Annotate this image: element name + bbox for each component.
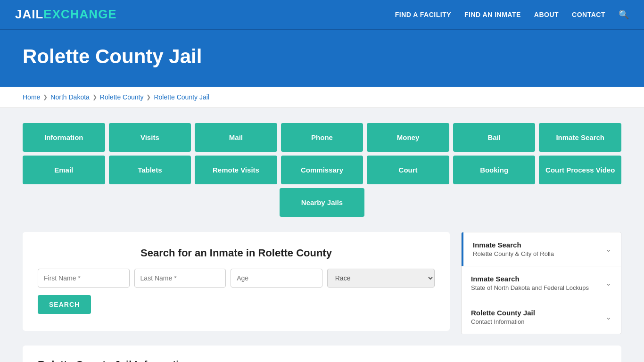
panel-state-title: Inmate Search [471,275,589,283]
info-title: Rolette County Jail Information [38,359,606,362]
btn-court[interactable]: Court [367,156,449,184]
breadcrumb: Home ❯ North Dakota ❯ Rolette County ❯ R… [0,87,644,108]
btn-information[interactable]: Information [23,123,105,152]
btn-mail[interactable]: Mail [195,123,277,152]
nav-contact[interactable]: CONTACT [572,11,605,18]
logo-exchange: EXCHANGE [43,7,116,22]
panel-contact-subtitle: Contact Information [471,318,535,325]
search-icon[interactable]: 🔍 [619,9,629,20]
first-name-input[interactable] [38,269,130,288]
navbar-links: FIND A FACILITY FIND AN INMATE ABOUT CON… [395,9,629,20]
search-box: Search for an Inmate in Rolette County R… [23,232,450,331]
hero-section: Rolette County Jail [0,30,644,87]
breadcrumb-rolette-county[interactable]: Rolette County [100,93,144,101]
grid-row-1: Information Visits Mail Phone Money Bail… [23,123,621,152]
panel-contact-info[interactable]: Rolette County Jail Contact Information … [462,300,621,334]
logo[interactable]: JAILEXCHANGE [15,7,117,22]
page-title: Rolette County Jail [23,45,621,68]
breadcrumb-sep-3: ❯ [146,94,151,100]
btn-money[interactable]: Money [367,123,449,152]
nav-about[interactable]: ABOUT [534,11,559,18]
navbar: JAILEXCHANGE FIND A FACILITY FIND AN INM… [0,0,644,30]
info-section: Rolette County Jail Information [23,346,621,362]
btn-commissary[interactable]: Commissary [281,156,363,184]
grid-row-2: Email Tablets Remote Visits Commissary C… [23,156,621,184]
btn-tablets[interactable]: Tablets [109,156,191,184]
chevron-down-icon: ⌄ [605,245,611,254]
nav-find-inmate[interactable]: FIND AN INMATE [464,11,521,18]
panel-contact-title: Rolette County Jail [471,309,535,317]
btn-booking[interactable]: Booking [453,156,536,184]
race-select[interactable]: Race White Black Hispanic Asian Native A… [327,269,435,288]
chevron-down-icon-3: ⌄ [605,313,611,321]
last-name-input[interactable] [134,269,226,288]
breadcrumb-current: Rolette County Jail [154,93,209,101]
breadcrumb-home[interactable]: Home [23,93,40,101]
panel-local-subtitle: Rolette County & City of Rolla [473,250,554,257]
search-button[interactable]: SEARCH [38,295,91,314]
grid-row-3: Nearby Jails [23,188,621,217]
panel-inmate-search-state[interactable]: Inmate Search State of North Dakota and … [462,266,621,300]
breadcrumb-sep-1: ❯ [43,94,48,100]
btn-remote-visits[interactable]: Remote Visits [195,156,277,184]
breadcrumb-sep-2: ❯ [92,94,97,100]
sidebar-panels: Inmate Search Rolette County & City of R… [461,232,621,334]
search-fields: Race White Black Hispanic Asian Native A… [38,269,435,288]
age-input[interactable] [231,269,322,288]
btn-phone[interactable]: Phone [281,123,363,152]
breadcrumb-north-dakota[interactable]: North Dakota [50,93,89,101]
search-title: Search for an Inmate in Rolette County [38,247,435,259]
btn-visits[interactable]: Visits [109,123,191,152]
btn-email[interactable]: Email [23,156,105,184]
main-content: Information Visits Mail Phone Money Bail… [0,108,644,362]
btn-inmate-search[interactable]: Inmate Search [539,123,621,152]
btn-court-process-video[interactable]: Court Process Video [539,156,621,184]
panel-local-title: Inmate Search [473,241,554,249]
btn-nearby-jails[interactable]: Nearby Jails [280,188,364,217]
logo-jail: JAIL [15,7,43,22]
nav-find-facility[interactable]: FIND A FACILITY [395,11,451,18]
lower-section: Search for an Inmate in Rolette County R… [23,232,621,334]
chevron-down-icon-2: ⌄ [605,279,611,288]
btn-bail[interactable]: Bail [453,123,536,152]
panel-state-subtitle: State of North Dakota and Federal Lockup… [471,284,589,291]
panel-inmate-search-local[interactable]: Inmate Search Rolette County & City of R… [462,232,621,266]
